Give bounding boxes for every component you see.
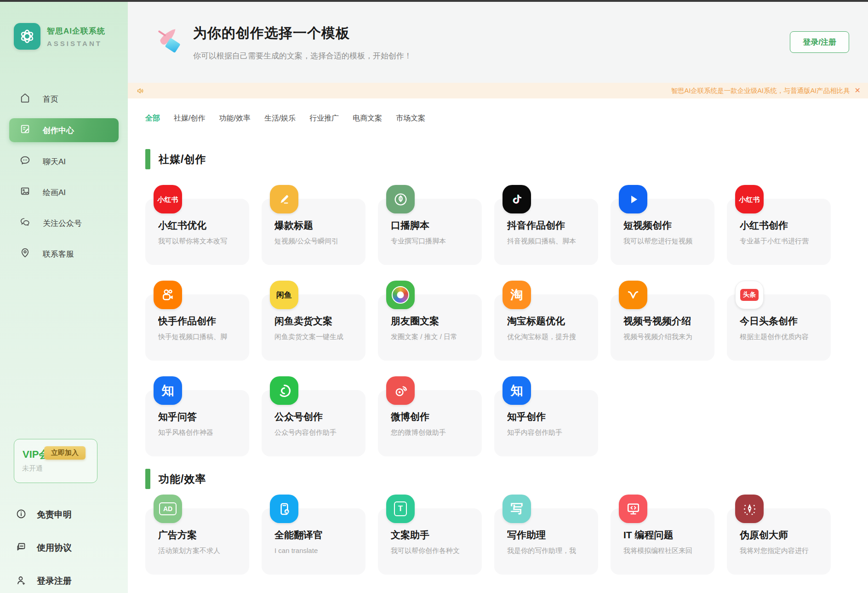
card-title: 知乎问答 — [158, 410, 240, 423]
card-desc: 视频号视频介绍我来为 — [623, 333, 705, 341]
template-card-写作助理[interactable]: 写写作助理我是你的写作助理，我 — [494, 508, 598, 575]
sidebar-link-label: 免责申明 — [37, 509, 72, 521]
sidebar-item-联系客服[interactable]: 联系客服 — [0, 242, 128, 265]
tab-全部[interactable]: 全部 — [145, 114, 160, 123]
card-desc: 公众号内容创作助手 — [274, 428, 356, 437]
template-card-今日头条创作[interactable]: 头条今日头条创作根据主题创作优质内容 — [727, 294, 831, 361]
card-title: 伪原创大师 — [740, 529, 822, 541]
template-card-IT 编程问题[interactable]: IT 编程问题我将模拟编程社区来回 — [611, 508, 714, 575]
tab-电商文案[interactable]: 电商文案 — [353, 114, 382, 123]
pencil-icon — [270, 185, 298, 213]
card-title: 写作助理 — [507, 529, 589, 541]
section-header: 社媒/创作 — [145, 149, 831, 169]
copywriting-t-icon: T — [386, 495, 415, 523]
sidebar-link-登录注册[interactable]: 登录注册 — [0, 570, 128, 592]
sidebar-item-聊天AI[interactable]: 聊天AI — [0, 150, 128, 173]
sidebar-item-label: 联系客服 — [43, 249, 74, 259]
sidebar-link-label: 登录注册 — [37, 575, 72, 587]
vip-status: 未开通 — [22, 464, 43, 473]
template-card-淘宝标题优化[interactable]: 淘淘宝标题优化优化淘宝标题，提升搜 — [494, 294, 598, 361]
template-grid: AD广告方案活动策划方案不求人全能翻译官I can translateT文案助手… — [145, 508, 831, 575]
sidebar-link-使用协议[interactable]: 使用协议 — [0, 537, 128, 558]
it-monitor-icon — [619, 495, 647, 523]
template-card-快手作品创作[interactable]: 快手作品创作快手短视频口播稿、脚 — [145, 294, 249, 361]
template-card-爆款标题[interactable]: 爆款标题短视频/公众号瞬间引 — [262, 199, 365, 265]
card-desc: I can translate — [274, 547, 356, 554]
template-card-伪原创大师[interactable]: 伪原创大师我将对您指定内容进行 — [727, 508, 831, 575]
sidebar-item-创作中心[interactable]: 创作中心 — [9, 118, 119, 142]
template-card-微博创作[interactable]: 微博创作您的微博创做助手 — [378, 390, 482, 456]
location-pin-icon — [19, 247, 31, 261]
template-card-口播脚本[interactable]: 口播脚本专业撰写口播脚本 — [378, 199, 482, 265]
card-desc: 活动策划方案不求人 — [158, 547, 240, 555]
card-title: 抖音作品创作 — [507, 219, 589, 232]
paper-plane-icon — [154, 26, 185, 56]
sidebar-item-关注公众号[interactable]: 关注公众号 — [0, 212, 128, 235]
logo-knot-icon — [14, 23, 40, 50]
info-icon — [16, 508, 27, 522]
tab-市场文案[interactable]: 市场文案 — [396, 114, 425, 123]
card-desc: 我可以帮你将文本改写 — [158, 237, 240, 246]
template-card-知乎创作[interactable]: 知知乎创作知乎内容创作助手 — [494, 390, 598, 456]
app-logo: 智思AI企联系统 ASSISTANT — [0, 2, 128, 50]
writing-assistant-icon: 写 — [503, 495, 531, 523]
card-desc: 短视频/公众号瞬间引 — [274, 237, 356, 246]
agreement-icon — [16, 541, 27, 555]
card-title: 爆款标题 — [274, 219, 356, 232]
douyin-icon — [503, 185, 531, 213]
card-desc: 专业基于小红书进行营 — [740, 237, 822, 246]
tab-生活/娱乐[interactable]: 生活/娱乐 — [264, 114, 296, 123]
card-title: 全能翻译官 — [274, 529, 356, 541]
vip-card[interactable]: VIP会 立即加入 未开通 — [14, 439, 97, 483]
login-register-button[interactable]: 登录/注册 — [790, 31, 849, 53]
template-card-闲鱼卖货文案[interactable]: 闲鱼闲鱼卖货文案闲鱼卖货文案一键生成 — [262, 294, 365, 361]
template-content: 全部社媒/创作功能/效率生活/娱乐行业推广电商文案市场文案 社媒/创作小红书小红… — [128, 98, 868, 593]
tab-社媒/创作[interactable]: 社媒/创作 — [174, 114, 205, 123]
sidebar-nav: 首页创作中心聊天AI绘画AI关注公众号联系客服 — [0, 87, 128, 273]
template-card-全能翻译官[interactable]: 全能翻译官I can translate — [262, 508, 365, 575]
close-icon[interactable]: ✕ — [855, 87, 861, 94]
tab-行业推广[interactable]: 行业推广 — [309, 114, 339, 123]
template-card-视频号视频介绍[interactable]: 视频号视频介绍视频号视频介绍我来为 — [611, 294, 714, 361]
card-title: 文案助手 — [391, 529, 473, 541]
template-card-短视频创作[interactable]: 短视频创作我可以帮您进行短视频 — [611, 199, 714, 265]
card-title: 小红书优化 — [158, 219, 240, 232]
card-desc: 我将模拟编程社区来回 — [623, 547, 705, 555]
xiaohongshu-icon: 小红书 — [154, 185, 182, 213]
template-card-小红书优化[interactable]: 小红书小红书优化我可以帮你将文本改写 — [145, 199, 249, 265]
vip-join-button[interactable]: 立即加入 — [44, 446, 86, 460]
tab-功能/效率[interactable]: 功能/效率 — [219, 114, 250, 123]
sidebar-item-绘画AI[interactable]: 绘画AI — [0, 181, 128, 204]
template-card-知乎问答[interactable]: 知知乎问答知乎风格创作神器 — [145, 390, 249, 456]
template-card-文案助手[interactable]: T文案助手我可以帮你创作各种文 — [378, 508, 482, 575]
card-desc: 知乎风格创作神器 — [158, 428, 240, 437]
sidebar-item-首页[interactable]: 首页 — [0, 87, 128, 110]
wechat-moments-icon — [386, 281, 415, 309]
image-icon — [19, 185, 31, 199]
template-card-朋友圈文案[interactable]: 朋友圈文案发圈文案 / 推文 / 日常 — [378, 294, 482, 361]
card-desc: 闲鱼卖货文案一键生成 — [274, 333, 356, 341]
card-desc: 优化淘宝标题，提升搜 — [507, 333, 589, 341]
sidebar-link-label: 使用协议 — [37, 542, 72, 554]
app-subtitle: ASSISTANT — [47, 40, 105, 47]
card-desc: 我将对您指定内容进行 — [740, 547, 822, 555]
card-title: 口播脚本 — [391, 219, 473, 232]
announcement-bar: 智思AI企联系统是一款企业级AI系统，与普通版AI产品相比具 ✕ — [128, 83, 868, 98]
template-card-小红书创作[interactable]: 小红书小红书创作专业基于小红书进行营 — [727, 199, 831, 265]
card-title: 淘宝标题优化 — [507, 315, 589, 328]
template-card-公众号创作[interactable]: 公众号创作公众号内容创作助手 — [262, 390, 365, 456]
card-desc: 我可以帮你创作各种文 — [391, 547, 473, 555]
user-plus-icon — [16, 575, 27, 588]
chat-icon — [19, 155, 31, 168]
zhihu-icon: 知 — [154, 376, 182, 405]
weibo-icon — [386, 376, 415, 405]
category-tabs: 全部社媒/创作功能/效率生活/娱乐行业推广电商文案市场文案 — [145, 114, 831, 123]
card-desc: 发圈文案 / 推文 / 日常 — [391, 333, 473, 341]
card-title: IT 编程问题 — [623, 529, 705, 541]
card-desc: 抖音视频口播稿、脚本 — [507, 237, 589, 246]
card-title: 闲鱼卖货文案 — [274, 315, 356, 328]
template-card-广告方案[interactable]: AD广告方案活动策划方案不求人 — [145, 508, 249, 575]
sidebar-link-免责申明[interactable]: 免责申明 — [0, 504, 128, 525]
template-card-抖音作品创作[interactable]: 抖音作品创作抖音视频口播稿、脚本 — [494, 199, 598, 265]
card-title: 朋友圈文案 — [391, 315, 473, 328]
